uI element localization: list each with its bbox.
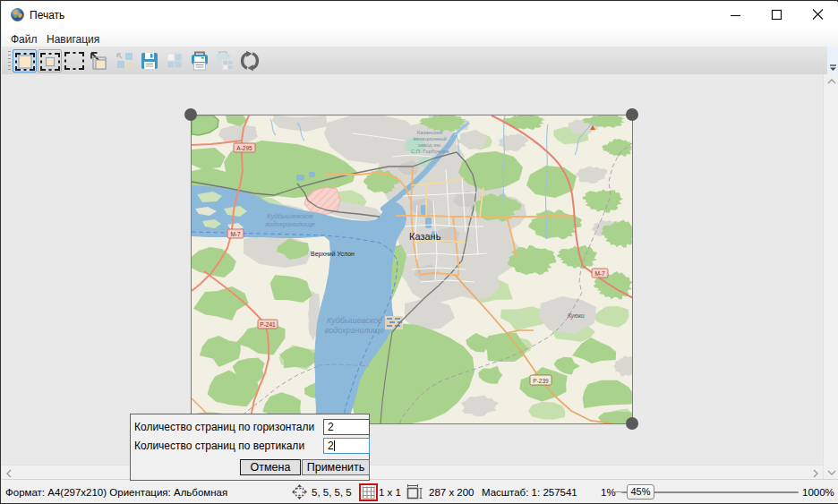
- svg-text:авиационный: авиационный: [413, 136, 447, 141]
- svg-text:Р-239: Р-239: [533, 378, 549, 384]
- svg-text:Казанский: Казанский: [417, 130, 443, 135]
- svg-text:С.П. Горбунова: С.П. Горбунова: [411, 149, 449, 154]
- svg-text:Куйбышевское: Куйбышевское: [327, 316, 382, 325]
- svg-text:Верхний Услон: Верхний Услон: [311, 251, 355, 258]
- svg-text:М-7: М-7: [594, 270, 605, 277]
- svg-text:Куюки: Куюки: [568, 312, 585, 320]
- svg-text:М-7: М-7: [230, 231, 241, 237]
- svg-text:Куйбышевское: Куйбышевское: [267, 212, 313, 220]
- svg-text:Казань: Казань: [409, 231, 441, 242]
- svg-text:Р-241: Р-241: [260, 321, 276, 328]
- svg-text:водохранилище: водохранилище: [265, 220, 314, 228]
- svg-text:завод им.: завод им.: [418, 142, 442, 148]
- svg-text:водохранилище: водохранилище: [325, 326, 385, 335]
- svg-text:А-295: А-295: [236, 145, 252, 151]
